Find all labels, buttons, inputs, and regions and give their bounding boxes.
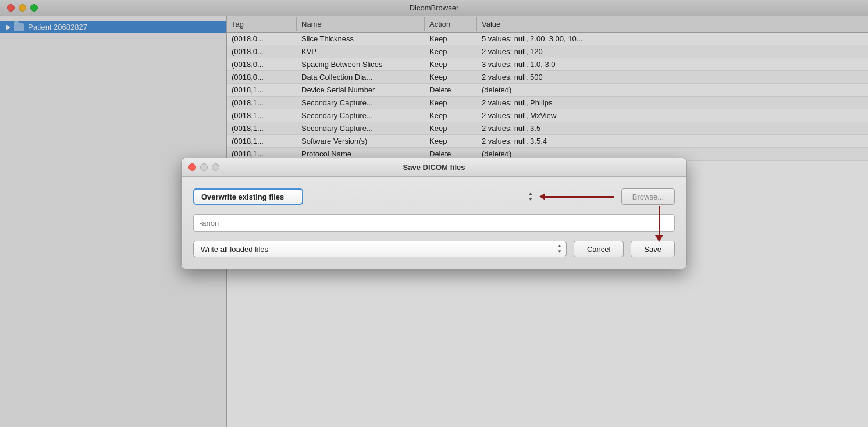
write-dropdown[interactable]: Write all loaded files Write selected fi…	[193, 241, 567, 257]
modal-titlebar: Save DICOM files	[182, 158, 686, 177]
cancel-button[interactable]: Cancel	[574, 241, 624, 257]
horizontal-arrow-annotation	[545, 196, 614, 198]
overwrite-dropdown[interactable]: Overwrite existing files Create new file…	[193, 188, 303, 205]
modal-overlay: Save DICOM files Overwrite existing file…	[0, 0, 868, 427]
dropdown-arrow-icon	[528, 191, 533, 202]
modal-body: Overwrite existing files Create new file…	[182, 177, 686, 257]
modal-window-controls	[188, 163, 219, 171]
modal-min-button[interactable]	[200, 163, 208, 171]
write-dropdown-wrapper: Write all loaded files Write selected fi…	[193, 241, 567, 257]
down-arrow-head	[655, 235, 663, 242]
modal-row2: Write all loaded files Write selected fi…	[193, 241, 675, 257]
arrow-left-head	[539, 193, 545, 200]
save-button[interactable]: Save	[631, 241, 675, 257]
save-dicom-modal: Save DICOM files Overwrite existing file…	[181, 158, 687, 269]
modal-max-button[interactable]	[212, 163, 219, 171]
browse-button[interactable]: Browse...	[621, 188, 675, 205]
modal-row1: Overwrite existing files Create new file…	[193, 188, 675, 205]
path-input[interactable]	[193, 214, 675, 232]
vertical-arrow-line	[659, 206, 660, 235]
overwrite-dropdown-wrapper: Overwrite existing files Create new file…	[193, 188, 538, 205]
vertical-arrow-annotation	[655, 206, 663, 242]
modal-title: Save DICOM files	[403, 163, 465, 172]
modal-close-button[interactable]	[188, 163, 196, 171]
arrow-line	[545, 196, 614, 198]
